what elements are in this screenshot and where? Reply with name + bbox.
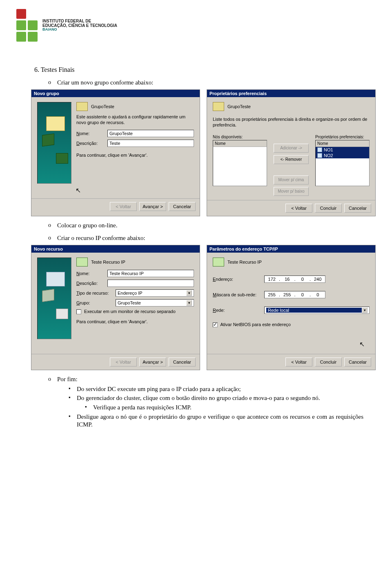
help-text: Este assistente o ajudará a configurar r… — [76, 114, 194, 126]
input-endereco[interactable]: 172. 16. 0. 240 — [264, 275, 325, 283]
back-button[interactable]: < Voltar — [285, 204, 312, 213]
next-button[interactable]: Avançar > — [139, 358, 166, 367]
node-icon — [317, 153, 322, 158]
subbullet-mover-no: Do gerenciador do cluster, clique com o … — [77, 394, 376, 402]
label-descricao: Descrição: — [76, 281, 105, 286]
resource-name-heading: Teste Recurso IP — [227, 260, 262, 264]
group-icon — [213, 102, 224, 111]
dialog-title: Novo grupo — [31, 90, 200, 97]
remove-button[interactable]: <- Remover — [274, 155, 309, 164]
bullet-criar-grupo: Criar um novo grupo conforme abaixo: — [57, 79, 376, 86]
dialog-title: Proprietários preferenciais — [207, 90, 375, 97]
checkbox-netbios[interactable] — [213, 322, 218, 327]
chevron-down-icon: ▾ — [186, 290, 192, 296]
checkbox-monitor-separado[interactable] — [76, 309, 81, 314]
logo-text: INSTITUTO FEDERAL DE EDUCAÇÃO, CIÊNCIA E… — [42, 19, 117, 32]
group-name-heading: GrupoTeste — [91, 104, 114, 109]
col-header-nome-left: Nome — [213, 140, 267, 147]
cursor-icon: ↖ — [76, 187, 81, 194]
help-text: Liste todos os proprietários preferencia… — [213, 117, 370, 128]
resource-icon — [76, 258, 88, 267]
dialog-parametros-tcpip: Parâmetros do endereço TCP/IP Teste Recu… — [207, 245, 376, 370]
list-item-no1[interactable]: NO1 — [316, 147, 369, 153]
dialog-proprietarios: Proprietários preferenciais GrupoTeste L… — [207, 89, 376, 216]
back-button[interactable]: < Voltar — [110, 358, 137, 367]
label-mascara: Máscara de sub-rede: — [213, 292, 262, 297]
cancel-button[interactable]: Cancelar — [169, 358, 196, 367]
resource-icon — [213, 258, 224, 267]
select-grupo[interactable]: GrupoTeste▾ — [116, 299, 194, 307]
chevron-down-icon: ▾ — [362, 307, 368, 313]
continue-hint: Para continuar, clique em 'Avançar'. — [76, 319, 194, 325]
input-mascara[interactable]: 255. 255. 0. 0 — [264, 291, 325, 298]
dialog-title: Novo recurso — [31, 245, 200, 253]
col-header-nome-right: Nome — [315, 140, 370, 147]
input-descricao[interactable]: Teste — [107, 140, 194, 147]
finish-button[interactable]: Concluir — [315, 204, 342, 213]
label-tipo: Tipo de recurso: — [76, 291, 113, 295]
label-nome: Nome: — [76, 271, 105, 276]
continue-hint: Para continuar, clique em 'Avançar'. — [76, 153, 194, 158]
list-preferred[interactable]: NO1 NO2 — [315, 147, 370, 186]
back-button[interactable]: < Voltar — [285, 358, 312, 367]
wizard-sidebar-image — [37, 102, 71, 184]
subbullet-ping: Do servidor DC execute um ping para o IP… — [77, 385, 376, 393]
subbullet-verificar-perda: Verifique a perda nas requisições ICMP. — [93, 404, 376, 411]
dialog-novo-recurso: Novo recurso Teste Recurso IP Nome: Test… — [31, 245, 200, 370]
cursor-icon: ↖ — [359, 340, 365, 348]
subbullet-desligar-no: Desligue agora o nó que é o proprietário… — [77, 413, 376, 429]
bullet-colocar-online: Colocar o grupo on-line. — [57, 222, 376, 229]
group-name-heading: GrupoTeste — [227, 104, 251, 109]
select-tipo[interactable]: Endereço IP▾ — [116, 289, 194, 297]
section-title: 6. Testes Finais — [34, 66, 376, 73]
next-button[interactable]: Avançar > — [139, 202, 166, 211]
node-icon — [317, 147, 322, 152]
input-nome[interactable]: Teste Recurso IP — [107, 270, 194, 277]
cancel-button[interactable]: Cancelar — [344, 358, 371, 367]
checkbox-label: Ativar NetBIOS para este endereço — [220, 322, 290, 327]
label-proprietarios-pref: Proprietários preferenciais: — [315, 135, 370, 139]
dialog-title: Parâmetros do endereço TCP/IP — [207, 245, 375, 253]
list-available[interactable] — [213, 147, 267, 186]
label-nome: Nome: — [76, 131, 105, 136]
label-grupo: Grupo: — [76, 300, 113, 305]
logo: INSTITUTO FEDERAL DE EDUCAÇÃO, CIÊNCIA E… — [16, 0, 376, 46]
label-descricao: Descrição: — [76, 141, 105, 146]
wizard-sidebar-image — [37, 258, 71, 339]
cancel-button[interactable]: Cancelar — [344, 204, 371, 213]
input-descricao[interactable] — [107, 280, 194, 287]
dialog-novo-grupo: Novo grupo GrupoTeste Este assistente o … — [31, 89, 200, 216]
label-endereco: Endereço: — [213, 277, 262, 282]
resource-name-heading: Teste Recurso IP — [91, 260, 125, 264]
move-down-button[interactable]: Mover p/ baixo — [274, 187, 309, 196]
logo-mark — [16, 9, 38, 42]
input-nome[interactable]: GrupoTeste — [107, 130, 194, 137]
label-nos-disponiveis: Nós disponíveis: — [213, 135, 267, 139]
add-button[interactable]: Adicionar -> — [274, 144, 309, 153]
cancel-button[interactable]: Cancelar — [169, 202, 196, 211]
bullet-por-fim: Por fim: — [57, 376, 376, 383]
list-item-no2[interactable]: NO2 — [316, 153, 369, 158]
group-icon — [76, 102, 88, 111]
bullet-criar-recurso-ip: Criar o recurso IP conforme abaixo: — [57, 235, 376, 242]
chevron-down-icon: ▾ — [186, 300, 192, 306]
select-rede[interactable]: Rede local ▾ — [264, 307, 370, 314]
move-up-button[interactable]: Mover p/ cima — [274, 175, 309, 184]
finish-button[interactable]: Concluir — [315, 358, 342, 367]
checkbox-label: Executar em um monitor de recurso separa… — [84, 309, 176, 314]
label-rede: Rede: — [213, 308, 262, 313]
back-button[interactable]: < Voltar — [110, 202, 137, 211]
